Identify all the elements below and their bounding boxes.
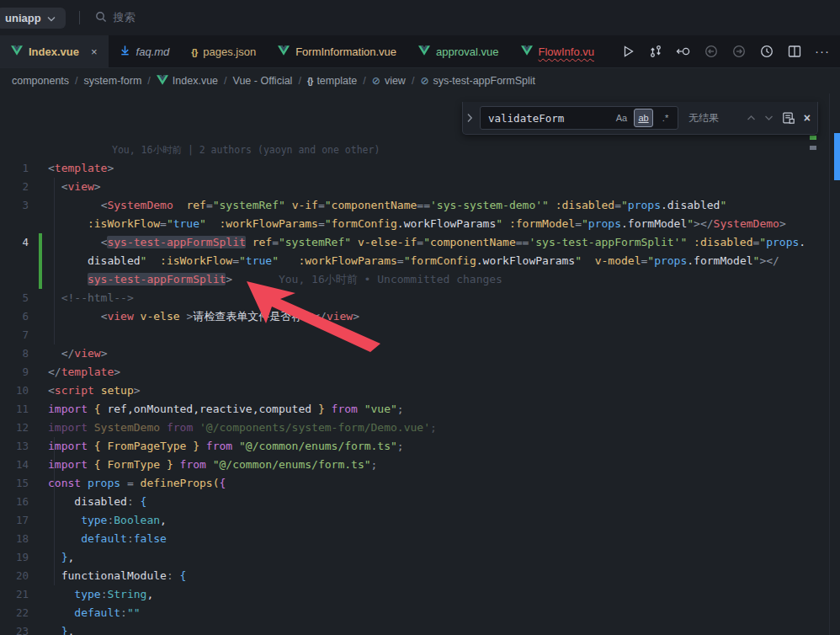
tab-index-vue[interactable]: Index.vue×: [0, 35, 109, 67]
scrollbar-thumb[interactable]: [834, 133, 840, 180]
code-text: const props = defineProps({: [29, 474, 226, 493]
line-number: 8: [0, 344, 29, 363]
breadcrumb-separator: /: [363, 75, 365, 87]
nav-back-icon[interactable]: [704, 44, 719, 59]
line-number: 15: [0, 474, 29, 493]
code-text: default:"": [29, 604, 141, 622]
line-number: [0, 215, 29, 233]
line-number: 7: [0, 326, 29, 344]
match-case-toggle[interactable]: Aa: [612, 109, 631, 127]
code-text: disabled: {: [29, 493, 146, 511]
find-results-count: 无结果: [688, 111, 719, 125]
find-input[interactable]: validateForm Aa ab .*: [480, 106, 678, 130]
line-number: 22: [0, 604, 29, 622]
code-text: <script setup>: [29, 382, 141, 400]
more-actions-icon[interactable]: ···: [815, 44, 830, 59]
line-number: 3: [0, 196, 29, 215]
code-text: [29, 326, 48, 344]
code-text: disabled" :isWorkFlow="true" :workFlowPa…: [29, 252, 779, 270]
tab-pages-json[interactable]: { }pages.json: [180, 35, 267, 67]
breadcrumb-item-sys-test-appformsplit[interactable]: ⊘sys-test-appFormSplit: [420, 75, 535, 87]
whole-word-toggle[interactable]: ab: [634, 109, 653, 127]
tab-approval-vue[interactable]: approval.vue: [407, 35, 509, 67]
tab-label: Index.vue: [29, 45, 79, 58]
line-number: 13: [0, 437, 29, 456]
code-text: <template>: [29, 159, 114, 178]
git-compare-icon[interactable]: [648, 44, 663, 59]
line-number: 1: [0, 159, 29, 178]
code-text: },: [29, 622, 74, 635]
code-line: 8 </view>: [0, 344, 840, 363]
code-line: 10<script setup>: [0, 382, 840, 400]
md-down-file-icon: [120, 45, 130, 58]
line-number: 4: [0, 233, 29, 252]
breadcrumb-item-components[interactable]: components: [12, 75, 69, 87]
line-number: 9: [0, 363, 29, 382]
code-line: 12import SystemDemo from '@/components/s…: [0, 419, 840, 437]
breadcrumb: components/system-form/Index.vue/Vue - O…: [0, 68, 840, 93]
braces-icon: { }: [307, 75, 312, 87]
nav-forward-icon[interactable]: [731, 44, 747, 59]
breadcrumb-item-view[interactable]: ⊘view: [372, 75, 406, 87]
search-icon: [95, 11, 107, 25]
tab-label: approval.vue: [436, 45, 498, 58]
workspace-menu-label: uniapp: [5, 12, 41, 24]
split-editor-icon[interactable]: [787, 44, 802, 59]
find-previous-button[interactable]: [747, 115, 756, 121]
code-line: 22 default:"": [0, 604, 840, 622]
overview-ruler-highlight-mark: [810, 146, 816, 150]
code-line: disabled" :isWorkFlow="true" :workFlowPa…: [0, 252, 840, 270]
editor-actions: ···: [610, 35, 840, 67]
breadcrumb-item-system-form[interactable]: system-form: [84, 75, 142, 87]
line-number: 10: [0, 382, 29, 400]
code-text: <SystemDemo ref="systemRef" v-if="compon…: [29, 196, 726, 215]
vue-file-icon: [278, 45, 290, 58]
code-text: </template>: [29, 363, 120, 382]
code-text: sys-test-appFormSplit> You, 16小时前 • Unco…: [29, 270, 502, 289]
line-number: 16: [0, 493, 29, 511]
code-line: 9</template>: [0, 363, 840, 382]
find-in-selection-button[interactable]: [782, 111, 795, 125]
code-line: 5 <!--html-->: [0, 289, 840, 307]
breadcrumb-item-vue-official[interactable]: Vue - Official: [233, 75, 293, 87]
tab-forminformation-vue[interactable]: FormInformation.vue: [267, 35, 407, 67]
code-text: <view>: [29, 178, 101, 196]
code-line: 15const props = defineProps({: [0, 474, 840, 493]
code-line: 14import { FormType } from "@/common/enu…: [0, 456, 840, 474]
global-search-box[interactable]: 搜索: [95, 10, 136, 25]
code-line: 2 <view>: [0, 178, 840, 196]
code-line: sys-test-appFormSplit> You, 16小时前 • Unco…: [0, 270, 840, 289]
line-number: 14: [0, 456, 29, 474]
code-text: <view v-else >请检查表单文件是否存在</view>: [29, 307, 359, 326]
code-line: 17 type:Boolean,: [0, 511, 840, 530]
tab-flowinfo-vu[interactable]: FlowInfo.vu: [510, 35, 605, 67]
run-icon[interactable]: [620, 44, 635, 59]
tab-label: faq.md: [136, 45, 170, 58]
breadcrumb-label: system-form: [84, 75, 142, 87]
vscode-window: uniapp 搜索 Index.vue×faq.md{ }pages.jsonF…: [0, 0, 840, 635]
code-text: default:false: [29, 530, 167, 548]
find-query-text: validateForm: [488, 112, 609, 125]
code-editor[interactable]: You, 16小时前 | 2 authors (yaoyn and one ot…: [0, 93, 840, 635]
code-line: 4 <sys-test-appFormSplit ref="systemRef"…: [0, 233, 840, 252]
workspace-menu-button[interactable]: uniapp: [0, 8, 66, 29]
breadcrumb-item-template[interactable]: { }template: [307, 75, 357, 87]
find-close-button[interactable]: ×: [804, 111, 811, 125]
open-changes-icon[interactable]: [676, 44, 691, 59]
vue-file-icon: [418, 45, 430, 58]
git-blame-annotation: You, 16小时前 | 2 authors (yaoyn and one ot…: [0, 141, 840, 159]
find-next-button[interactable]: [764, 115, 774, 121]
close-tab-icon[interactable]: ×: [91, 45, 98, 58]
code-line: 23 },: [0, 622, 840, 635]
code-text: <!--html-->: [29, 289, 134, 307]
code-text: import { FromPageType } from "@/common/e…: [29, 437, 404, 456]
overview-ruler-modified-mark: [810, 136, 816, 140]
tab-faq-md[interactable]: faq.md: [109, 35, 181, 67]
find-expand-chevron-icon[interactable]: [466, 113, 473, 123]
vue-file-icon: [11, 45, 23, 58]
regex-toggle[interactable]: .*: [656, 109, 675, 127]
timeline-icon[interactable]: [759, 44, 774, 59]
code-text: },: [29, 548, 74, 567]
code-line: 20 functionalModule: {: [0, 567, 840, 585]
breadcrumb-item-index-vue[interactable]: Index.vue: [157, 75, 218, 88]
